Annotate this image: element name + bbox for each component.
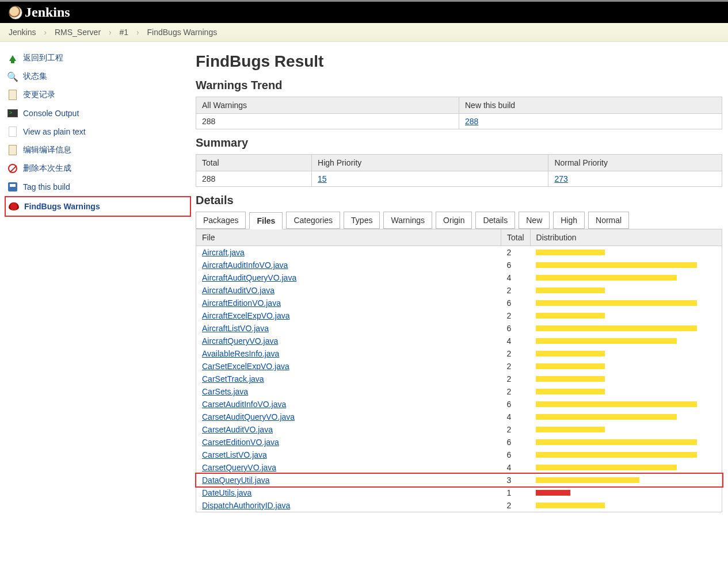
file-link[interactable]: DateUtils.java [202, 488, 251, 497]
total-cell: 2 [501, 385, 531, 398]
high-priority-link[interactable]: 15 [318, 174, 327, 183]
table-cell: 273 [548, 171, 722, 187]
total-cell: 4 [501, 271, 531, 284]
distribution-cell [530, 385, 722, 398]
tab-categories[interactable]: Categories [286, 212, 340, 229]
breadcrumb-item[interactable]: #1 [120, 28, 129, 37]
file-link[interactable]: DispatchAuthorityID.java [202, 501, 290, 510]
distribution-cell [530, 499, 722, 512]
breadcrumb-item[interactable]: FindBugs Warnings [147, 28, 218, 37]
file-link[interactable]: CarsetAuditVO.java [202, 425, 273, 434]
sidebar-item-label[interactable]: 返回到工程 [23, 53, 63, 63]
tab-files[interactable]: Files [249, 212, 283, 229]
table-row: DispatchAuthorityID.java2 [196, 499, 722, 512]
sidebar-item-label[interactable]: Console Output [23, 109, 79, 118]
file-cell: CarSetExcelExpVO.java [196, 360, 501, 373]
breadcrumb-item[interactable]: Jenkins [9, 28, 36, 37]
breadcrumb-item[interactable]: RMS_Server [55, 28, 101, 37]
file-cell: AircraftAuditVO.java [196, 284, 501, 297]
file-link[interactable]: CarSetExcelExpVO.java [202, 362, 289, 371]
table-row: CarsetAuditVO.java2 [196, 423, 722, 436]
file-link[interactable]: CarSetTrack.java [202, 374, 264, 384]
file-link[interactable]: AircraftAuditVO.java [202, 286, 275, 295]
distribution-bar [536, 324, 697, 333]
total-cell: 2 [501, 284, 531, 297]
table-row: AircraftAuditQueryVO.java4 [196, 271, 722, 284]
file-link[interactable]: CarSets.java [202, 387, 248, 396]
tab-origin[interactable]: Origin [436, 212, 472, 229]
tab-types[interactable]: Types [344, 212, 380, 229]
distribution-cell [530, 347, 722, 360]
file-link[interactable]: CarsetEditionVO.java [202, 438, 279, 447]
file-link[interactable]: CarsetAuditQueryVO.java [202, 412, 295, 421]
file-link[interactable]: CarsetQueryVO.java [202, 463, 276, 472]
sidebar-item-label[interactable]: 编辑编译信息 [23, 145, 71, 155]
sidebar-item[interactable]: View as plain text [5, 122, 191, 141]
total-cell: 6 [501, 436, 531, 448]
table-row: CarsetListVO.java6 [196, 448, 722, 461]
sidebar-item-label[interactable]: 变更记录 [23, 90, 55, 100]
plaindoc-icon [7, 126, 18, 137]
file-link[interactable]: AircraftAuditQueryVO.java [202, 273, 296, 282]
distribution-cell [530, 461, 722, 474]
file-link[interactable]: CarsetListVO.java [202, 450, 267, 459]
file-link[interactable]: AircraftQueryVO.java [202, 336, 278, 346]
tabs: PackagesFilesCategoriesTypesWarningsOrig… [196, 212, 722, 229]
file-link[interactable]: AircraftEditionVO.java [202, 298, 281, 308]
tab-details[interactable]: Details [475, 212, 515, 229]
distribution-cell [530, 486, 722, 499]
sidebar-item[interactable]: 删除本次生成 [5, 159, 191, 178]
file-cell: Aircraft.java [196, 246, 501, 259]
sidebar-item[interactable]: 变更记录 [5, 86, 191, 104]
main-content: FindBugs Result Warnings Trend All Warni… [196, 42, 728, 523]
tab-packages[interactable]: Packages [196, 212, 246, 229]
distribution-bar [536, 349, 605, 358]
details-table: File Total Distribution Aircraft.java2Ai… [196, 229, 722, 512]
tab-normal[interactable]: Normal [588, 212, 629, 229]
sidebar-item[interactable]: 编辑编译信息 [5, 141, 191, 159]
file-cell: CarsetListVO.java [196, 448, 501, 461]
file-cell: CarsetQueryVO.java [196, 461, 501, 474]
file-cell: CarsetAuditQueryVO.java [196, 411, 501, 423]
table-row: CarsetAuditInfoVO.java6 [196, 398, 722, 411]
sidebar-item-label[interactable]: 删除本次生成 [23, 163, 71, 174]
total-cell: 6 [501, 259, 531, 271]
sidebar-item[interactable]: Tag this build [5, 178, 191, 196]
file-link[interactable]: AircraftAuditInfoVO.java [202, 260, 288, 270]
table-row: AircraftQueryVO.java4 [196, 335, 722, 347]
table-header: Distribution [530, 229, 722, 246]
sidebar-item[interactable]: 返回到工程 [5, 49, 191, 67]
table-header: File [196, 229, 501, 246]
jenkins-logo[interactable]: Jenkins [9, 5, 70, 20]
sidebar-item-label[interactable]: FindBugs Warnings [24, 202, 100, 211]
total-cell: 6 [501, 398, 531, 411]
new-warnings-link[interactable]: 288 [465, 117, 478, 126]
sidebar-item-label[interactable]: View as plain text [23, 127, 86, 136]
table-row: AircraftExcelExpVO.java2 [196, 309, 722, 322]
file-link[interactable]: Aircraft.java [202, 248, 245, 257]
table-header: High Priority [312, 155, 548, 171]
file-link[interactable]: AircraftExcelExpVO.java [202, 311, 290, 320]
file-link[interactable]: CarsetAuditInfoVO.java [202, 400, 286, 409]
warnings-trend-table: All Warnings New this build 288 288 [196, 97, 722, 129]
file-link[interactable]: DataQueryUtil.java [202, 476, 270, 485]
tab-warnings[interactable]: Warnings [383, 212, 432, 229]
distribution-cell [530, 271, 722, 284]
sidebar: 返回到工程🔍状态集变更记录Console OutputView as plain… [0, 42, 196, 523]
tab-high[interactable]: High [553, 212, 585, 229]
sidebar-item[interactable]: Console Output [5, 104, 191, 122]
sidebar-item[interactable]: FindBugs Warnings [5, 196, 191, 217]
distribution-bar [536, 260, 697, 270]
sidebar-item[interactable]: 🔍状态集 [5, 67, 191, 86]
tab-new[interactable]: New [519, 212, 550, 229]
file-link[interactable]: AircraftListVO.java [202, 324, 269, 333]
file-link[interactable]: AvailableResInfo.java [202, 349, 279, 358]
normal-priority-link[interactable]: 273 [554, 174, 567, 183]
table-cell: 288 [196, 171, 312, 187]
sidebar-item-label[interactable]: 状态集 [23, 71, 47, 82]
table-row: AircraftAuditInfoVO.java6 [196, 259, 722, 271]
table-row: CarsetQueryVO.java4 [196, 461, 722, 474]
file-cell: CarsetAuditVO.java [196, 423, 501, 436]
distribution-cell [530, 373, 722, 385]
sidebar-item-label[interactable]: Tag this build [23, 182, 70, 191]
